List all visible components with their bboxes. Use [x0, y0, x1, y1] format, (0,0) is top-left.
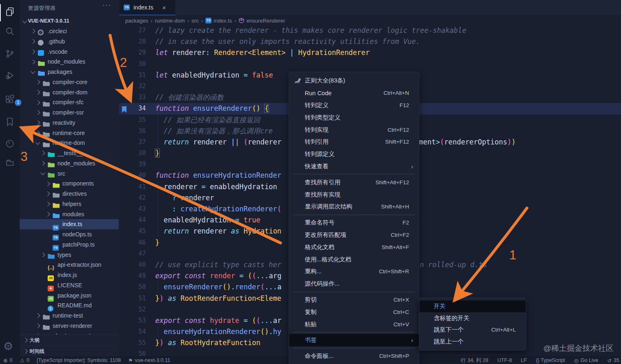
tree-item-api-extractor.json[interactable]: {..}api-extractor.json: [20, 260, 119, 270]
tree-item-.github[interactable]: .github: [20, 37, 119, 47]
tree-item-runtime-dom[interactable]: runtime-dom: [20, 138, 119, 148]
tree-item-patchProp.ts[interactable]: TSpatchProp.ts: [20, 240, 119, 250]
context-menu-item-7[interactable]: 快速查看›: [289, 160, 419, 173]
tree-item-compiler-sfc[interactable]: compiler-sfc: [20, 97, 119, 108]
context-menu-item-9[interactable]: 查找所有引用Shift+Alt+F12: [289, 176, 419, 188]
breadcrumb-item-ensureRenderer[interactable]: ensureRenderer: [239, 18, 285, 24]
code-line-27[interactable]: 27// lazy create the renderer - this mak…: [119, 25, 621, 36]
context-menu-item-21[interactable]: 复制Ctrl+C: [289, 306, 419, 318]
tree-item-src[interactable]: src: [20, 169, 119, 179]
status-item-text: 0: [27, 357, 30, 363]
tree-item-.vscode[interactable]: .vscode: [20, 47, 119, 57]
submenu-item-1[interactable]: 含标签的开关: [419, 312, 526, 324]
tree-item-LICENSE[interactable]: ★LICENSE: [20, 280, 119, 291]
status-item[interactable]: 行 34, 列 28: [461, 357, 488, 364]
files-icon[interactable]: [5, 7, 15, 16]
tree-item-reactivity[interactable]: reactivity: [20, 118, 119, 128]
tree-item-node_modules[interactable]: node_modules: [20, 57, 119, 67]
tree-item-runtime-core[interactable]: runtime-core: [20, 128, 119, 138]
breadcrumb-item-packages[interactable]: packages: [125, 18, 148, 24]
status-item[interactable]: [TypeScript Importer]: Symbols: 1108: [37, 357, 121, 364]
context-menu-item-14[interactable]: 更改所有匹配项Ctrl+F2: [289, 229, 419, 241]
menu-divider: [293, 174, 415, 174]
context-menu-item-10[interactable]: 查找所有实现: [289, 188, 419, 201]
timeline-section[interactable]: 时间线: [20, 346, 119, 357]
folder-library-icon[interactable]: [5, 158, 15, 167]
context-menu-item-18[interactable]: 源代码操作...: [289, 278, 419, 290]
extensions-icon[interactable]: 1: [5, 94, 15, 104]
code-line-29[interactable]: 29let renderer: Renderer<Element> | Hydr…: [119, 47, 621, 58]
tree-item-components[interactable]: components: [20, 179, 119, 189]
tree-item-index.js[interactable]: JSindex.js: [20, 270, 119, 280]
code-line-28[interactable]: 28// in case the user only imports react…: [119, 36, 621, 47]
context-menu-item-4[interactable]: 转到实现Ctrl+F12: [289, 124, 419, 136]
status-item[interactable]: UTF-8: [497, 357, 512, 364]
submenu-item-0[interactable]: 开关: [419, 300, 526, 312]
status-item-flag-icon[interactable]: ⚑vue-next-3.0.11: [128, 357, 170, 364]
context-menu-item-3[interactable]: 转到类型定义: [289, 111, 419, 124]
context-menu-item-20[interactable]: 剪切Ctrl+X: [289, 294, 419, 306]
tree-item-compiler-dom[interactable]: compiler-dom: [20, 87, 119, 98]
search-icon[interactable]: [5, 26, 15, 36]
settings-gear-icon[interactable]: ⚙: [3, 340, 13, 353]
tree-item-helpers[interactable]: helpers: [20, 199, 119, 209]
context-menu-item-1[interactable]: Run CodeCtrl+Alt+N: [289, 87, 419, 99]
context-menu-item-5[interactable]: 转到引用Shift+F12: [289, 136, 419, 148]
context-menu-item-6[interactable]: 转到源定义: [289, 148, 419, 160]
context-menu-item-24[interactable]: 书签›: [289, 334, 419, 346]
folder-icon: [48, 150, 55, 156]
status-item-error-icon[interactable]: ⊗0: [3, 357, 12, 364]
tree-item-runtime-test[interactable]: runtime-test: [20, 311, 119, 321]
status-item[interactable]: {} TypeScript: [536, 357, 565, 364]
tree-item-.circleci[interactable]: .circleci: [20, 26, 119, 37]
breadcrumb-item-src[interactable]: src: [191, 18, 198, 24]
context-menu-item-0[interactable]: 正则大全(83条): [289, 75, 419, 87]
history-icon[interactable]: [5, 139, 15, 149]
tree-item-node_modules[interactable]: node_modules: [20, 158, 119, 169]
menu-item-shortcut: Ctrl+X: [393, 297, 414, 303]
tree-item-packages[interactable]: packages: [20, 67, 119, 77]
context-menu-item-11[interactable]: 显示调用层次结构Shift+Alt+H: [289, 201, 419, 213]
tree-item-README.md[interactable]: iREADME.md: [20, 300, 119, 311]
code-line-30[interactable]: 30: [119, 59, 621, 70]
source-control-icon[interactable]: [5, 49, 15, 59]
tree-item-label: .github: [48, 37, 65, 47]
code-text: export const hydrate = ((...ar: [155, 316, 281, 325]
tree-item-index.ts[interactable]: TSindex.ts: [20, 219, 119, 229]
context-menu-item-13[interactable]: 重命名符号F2: [289, 217, 419, 229]
status-item-clock-icon[interactable]: ↺35: [607, 357, 619, 364]
breadcrumb-item-runtime-dom[interactable]: runtime-dom: [155, 18, 185, 24]
more-actions-icon[interactable]: ···: [102, 2, 111, 9]
tree-item-compiler-core[interactable]: compiler-core: [20, 77, 119, 87]
tree-item-__tests__[interactable]: __tests__: [20, 148, 119, 158]
tree-item-package.json[interactable]: JSpackage.json: [20, 291, 119, 301]
submenu-item-2[interactable]: 跳至下一个Ctrl+Alt+L: [419, 324, 526, 336]
context-menu-item-2[interactable]: 转到定义F12: [289, 99, 419, 112]
context-menu-item-26[interactable]: 命令面板...Ctrl+Shift+P: [289, 350, 419, 362]
close-icon[interactable]: ×: [162, 4, 166, 11]
status-item-broadcast-icon[interactable]: ◎Go Live: [574, 357, 598, 364]
context-menu-item-15[interactable]: 格式化文档Shift+Alt+F: [289, 241, 419, 253]
tree-item-server-renderer[interactable]: server-renderer: [20, 321, 119, 331]
run-debug-icon[interactable]: [5, 71, 15, 80]
outline-section[interactable]: 大纲: [20, 334, 119, 346]
submenu-item-3[interactable]: 跳至上一个: [419, 336, 526, 348]
breadcrumb-label: runtime-dom: [155, 18, 185, 24]
breadcrumb-item-index.ts[interactable]: TSindex.ts: [205, 18, 232, 24]
context-menu-item-17[interactable]: 重构...Ctrl+Shift+R: [289, 266, 419, 278]
context-menu-item-16[interactable]: 使用...格式化文档: [289, 253, 419, 266]
tab-index-ts[interactable]: TS index.ts ×: [119, 0, 175, 16]
tree-item-types[interactable]: types: [20, 250, 119, 260]
status-item-warning-icon[interactable]: ⚠0: [20, 357, 29, 364]
github-file-icon: [38, 39, 45, 44]
line-number: 41: [119, 181, 146, 192]
bookmarks-icon[interactable]: [5, 117, 15, 127]
project-root-row[interactable]: VUE-NEXT-3.0.11: [20, 16, 119, 26]
status-item[interactable]: LF: [521, 357, 527, 364]
tree-item-directives[interactable]: directives: [20, 189, 119, 199]
chevron-right-icon: [35, 90, 40, 94]
context-menu-item-22[interactable]: 粘贴Ctrl+V: [289, 318, 419, 330]
tree-item-modules[interactable]: modules: [20, 209, 119, 220]
tree-item-compiler-ssr[interactable]: compiler-ssr: [20, 108, 119, 118]
tree-item-nodeOps.ts[interactable]: TSnodeOps.ts: [20, 229, 119, 240]
